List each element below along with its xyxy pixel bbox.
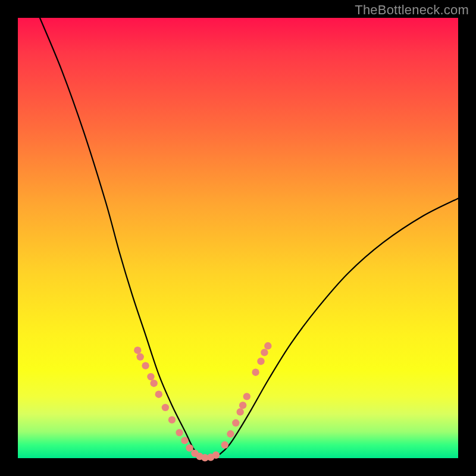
highlight-dots-left [134, 347, 220, 462]
highlight-dot [162, 404, 169, 411]
highlight-dot [221, 441, 228, 449]
bottleneck-curve [40, 18, 458, 459]
highlight-dot [176, 429, 183, 436]
plot-area [18, 18, 458, 458]
highlight-dot [237, 408, 244, 415]
highlight-dot [155, 391, 162, 398]
highlight-dot [168, 416, 176, 423]
highlight-dot [186, 444, 193, 452]
chart-frame: TheBottleneck.com [0, 0, 476, 476]
curve-layer [18, 18, 458, 458]
highlight-dot [227, 430, 234, 437]
highlight-dot [142, 362, 149, 369]
highlight-dot [252, 369, 259, 376]
highlight-dot [264, 342, 271, 349]
highlight-dot [243, 393, 250, 400]
highlight-dot [150, 380, 157, 387]
highlight-dots-right [221, 342, 272, 449]
highlight-dot [232, 419, 239, 427]
highlight-dot [137, 353, 144, 361]
highlight-dot [147, 373, 154, 380]
highlight-dot [181, 437, 188, 444]
highlight-dot [257, 358, 264, 365]
watermark-text: TheBottleneck.com [355, 2, 469, 18]
highlight-dot [212, 452, 220, 459]
highlight-dot [239, 402, 246, 409]
highlight-dot [261, 349, 268, 356]
highlight-dot [134, 347, 141, 354]
